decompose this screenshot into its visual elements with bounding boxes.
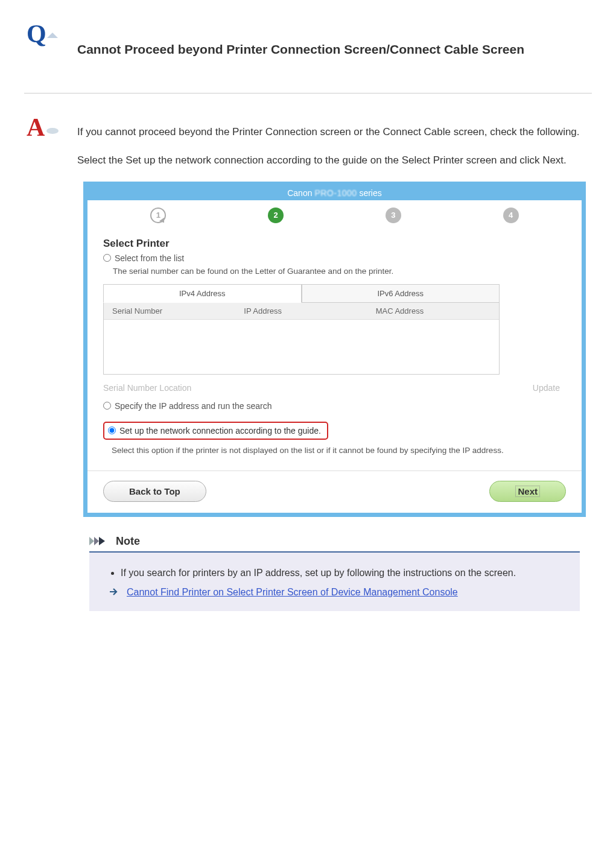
section-divider [24,93,592,93]
screenshot-titlebar: Canon PRO-1000 series [87,186,582,200]
answer-para-2: Select the Set up the network connection… [77,152,592,170]
svg-marker-5 [94,537,99,545]
note-heading: Note [116,535,140,548]
printer-table: Serial Number IP Address MAC Address [103,303,500,375]
answer-icon: A [24,112,59,142]
step-2: 2 [268,208,284,223]
note-link[interactable]: Cannot Find Printer on Select Printer Sc… [127,587,458,598]
screenshot-panel: Canon PRO-1000 series 1 2 3 4 Select Pri… [83,182,586,517]
col-mac: MAC Address [367,303,499,319]
serial-location-link[interactable]: Serial Number Location [103,383,191,393]
tab-ipv6[interactable]: IPv6 Address [302,284,500,303]
radio-setup-input[interactable] [108,426,116,434]
setup-description: Select this option if the printer is not… [112,446,566,455]
select-printer-heading: Select Printer [103,238,566,250]
step-1: 1 [150,208,166,223]
question-title: Cannot Proceed beyond Printer Connection… [77,42,592,57]
ip-tabs: IPv4 Address IPv6 Address [103,284,566,303]
col-ip: IP Address [235,303,367,319]
step-3: 3 [386,208,401,223]
next-button[interactable]: Next [489,481,566,502]
update-link[interactable]: Update [533,383,560,393]
col-serial: Serial Number [104,303,235,319]
printer-table-body [104,320,499,374]
answer-para-1: If you cannot proceed beyond the Printer… [77,124,592,141]
radio-select-list-input[interactable] [103,254,111,262]
note-chevrons-icon [89,536,110,547]
back-to-top-button[interactable]: Back to Top [103,481,206,502]
serial-hint: The serial number can be found on the Le… [113,267,566,276]
svg-marker-6 [99,537,105,545]
svg-marker-1 [47,33,58,38]
step-4: 4 [503,208,519,223]
note-bullet: If you search for printers by an IP addr… [121,565,563,582]
tab-ipv4[interactable]: IPv4 Address [103,284,302,303]
arrow-right-icon [110,587,119,598]
radio-specify-input[interactable] [103,402,111,410]
svg-text:A: A [27,113,45,141]
radio-setup-guide-highlight[interactable]: Set up the network connection according … [103,422,328,440]
question-icon: Q [24,18,59,48]
svg-point-3 [46,128,59,134]
radio-select-list[interactable]: Select from the list [103,253,566,263]
svg-marker-4 [89,537,94,545]
svg-text:Q: Q [27,20,46,48]
radio-specify-ip[interactable]: Specify the IP address and run the searc… [103,401,566,411]
wizard-steps: 1 2 3 4 [87,200,582,228]
